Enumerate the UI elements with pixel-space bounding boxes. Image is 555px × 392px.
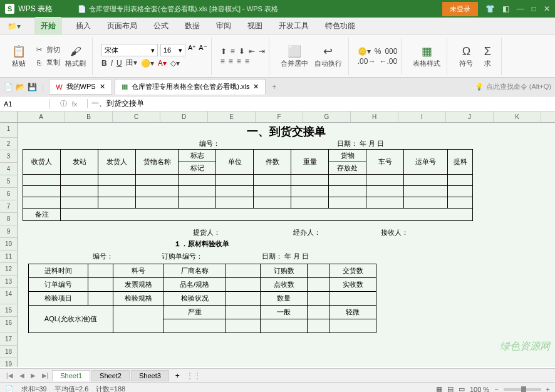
align-bot-icon[interactable]: ⬇ (239, 47, 245, 56)
minimize-icon[interactable]: — (517, 4, 524, 13)
sum-button[interactable]: Σ求 (477, 43, 497, 70)
close-tab-icon[interactable]: ✕ (253, 83, 259, 91)
col-D[interactable]: D (160, 111, 208, 122)
maximize-icon[interactable]: □ (532, 4, 536, 13)
font-size-select[interactable]: 16▾ (160, 44, 185, 56)
shirt-icon[interactable]: 👕 (485, 4, 495, 13)
copy-button[interactable]: ⎘复制 (33, 57, 61, 68)
fx-icon[interactable]: ⓘ (60, 99, 67, 108)
currency-icon[interactable]: 🪙▾ (358, 47, 371, 56)
tab-layout[interactable]: 页面布局 (105, 17, 140, 35)
col-I[interactable]: I (398, 111, 446, 122)
col-B[interactable]: B (65, 111, 113, 122)
border-icon[interactable]: 田▾ (126, 58, 137, 68)
file-menu[interactable]: 📁▾ (5, 18, 23, 34)
search-hint[interactable]: 💡 点此查找命令 (Alt+Q) (475, 82, 551, 91)
align-center-icon[interactable]: ≡ (229, 57, 233, 66)
symbol-button[interactable]: Ω符号 (456, 43, 476, 70)
add-tab-icon[interactable]: + (268, 83, 280, 91)
fill-color-icon[interactable]: 🟡▾ (141, 59, 154, 68)
view-normal-icon[interactable]: ▦ (436, 385, 442, 392)
sheet-tab-1[interactable]: Sheet1 (52, 370, 90, 381)
col-G[interactable]: G (303, 111, 351, 122)
format-painter-button[interactable]: 🖌格式刷 (63, 43, 88, 70)
sheet-tab-3[interactable]: Sheet3 (131, 370, 169, 381)
close-tab-icon[interactable]: ✕ (100, 83, 105, 91)
dec-dec-icon[interactable]: ←.00 (379, 57, 397, 66)
open-icon[interactable]: 📂 (16, 83, 25, 91)
font-name-select[interactable]: 宋体▾ (101, 44, 158, 56)
zoom-in-icon[interactable]: + (546, 386, 550, 393)
title-bar: S WPS 表格 📄 仓库管理专用表格全套(仓管必看哦).xls [兼容模式] … (0, 0, 555, 18)
doctab-mywps[interactable]: W我的WPS✕ (49, 79, 112, 95)
doctab-file[interactable]: ▦仓库管理专用表格全套(仓管必看哦).xls✕ (115, 79, 266, 95)
cell-name-box[interactable]: A1 (0, 99, 50, 109)
increase-font-icon[interactable]: A⁺ (188, 44, 196, 56)
col-J[interactable]: J (446, 111, 494, 122)
wrap-button[interactable]: ↩自动换行 (312, 43, 345, 70)
tab-insert[interactable]: 插入 (73, 17, 93, 35)
first-sheet-icon[interactable]: |◀ (4, 372, 16, 379)
bold-icon[interactable]: B (101, 59, 107, 68)
col-K[interactable]: K (494, 111, 541, 122)
tab-special[interactable]: 特色功能 (323, 17, 358, 35)
sheet-tab-2[interactable]: Sheet2 (91, 370, 130, 381)
view-page-icon[interactable]: ▤ (447, 385, 454, 392)
font-color-icon[interactable]: A▾ (158, 59, 167, 68)
watermark: 绿色资源网 (500, 340, 550, 353)
fx-label[interactable]: fx (72, 100, 78, 108)
indent-dec-icon[interactable]: ⇤ (249, 47, 255, 56)
align-top-icon[interactable]: ⬆ (220, 47, 227, 56)
tab-view[interactable]: 视图 (245, 17, 265, 35)
formula-input[interactable]: 一、到货交接单 (88, 97, 555, 110)
skin-icon[interactable]: ◧ (502, 4, 509, 13)
ribbon: 📋粘贴 ✂剪切 ⎘复制 🖌格式刷 宋体▾ 16▾ A⁺ A⁻ B I U 田▾ … (0, 35, 555, 78)
indent-inc-icon[interactable]: ⇥ (259, 47, 265, 56)
save-icon[interactable]: 💾 (28, 83, 37, 91)
last-sheet-icon[interactable]: ▶| (39, 372, 51, 379)
dec-inc-icon[interactable]: .00→ (358, 57, 376, 66)
tab-data[interactable]: 数据 (182, 17, 202, 35)
justify-icon[interactable]: ≡ (245, 57, 249, 66)
decrease-font-icon[interactable]: A⁻ (199, 44, 207, 56)
page-layout-icon[interactable]: 📄 (5, 385, 14, 392)
close-icon[interactable]: ✕ (544, 4, 550, 13)
zoom-out-icon[interactable]: − (494, 386, 498, 393)
app-logo: S (5, 4, 14, 14)
underline-icon[interactable]: U (117, 59, 122, 68)
menu-bar: 📁▾ 开始 插入 页面布局 公式 数据 审阅 视图 开发工具 特色功能 (0, 18, 555, 35)
zoom-level[interactable]: 100 % (470, 386, 489, 393)
view-reading-icon[interactable]: ▭ (459, 385, 465, 392)
new-icon[interactable]: 📄 (4, 83, 13, 91)
col-A[interactable]: A (18, 111, 65, 122)
cells-area[interactable]: 一、到货交接单 编号： 日期： 年 月 日 收货人 发站 发货人 货物名称 标志… (18, 123, 555, 367)
align-left-icon[interactable]: ≡ (220, 57, 225, 66)
align-right-icon[interactable]: ≡ (237, 57, 241, 66)
add-sheet-icon[interactable]: + (170, 371, 185, 380)
inspection-table: 进料时间 料号 厂商名称 订购数 交货数 订单编号 发票规格 品名/规格 点收数… (28, 264, 376, 333)
prev-sheet-icon[interactable]: ◀ (17, 372, 27, 379)
spreadsheet-grid[interactable]: A B C D E F G H I J K 1 2 3 4 5 6 7 8 9 … (0, 111, 555, 368)
tab-dev[interactable]: 开发工具 (276, 17, 311, 35)
select-all-corner[interactable] (0, 111, 18, 122)
align-mid-icon[interactable]: ≡ (231, 47, 235, 56)
col-E[interactable]: E (208, 111, 256, 122)
tab-review[interactable]: 审阅 (214, 17, 234, 35)
col-F[interactable]: F (256, 111, 303, 122)
tab-formula[interactable]: 公式 (151, 17, 171, 35)
zoom-slider[interactable] (504, 388, 541, 391)
next-sheet-icon[interactable]: ▶ (28, 372, 38, 379)
col-C[interactable]: C (113, 111, 160, 122)
percent-icon[interactable]: % (375, 47, 381, 56)
merge-button[interactable]: ⬜合并居中 (278, 43, 311, 70)
col-H[interactable]: H (351, 111, 398, 122)
table-style-button[interactable]: ▦表格样式 (410, 43, 443, 70)
login-button[interactable]: 未登录 (442, 2, 478, 16)
delivery-table: 收货人 发站 发货人 货物名称 标志 单位 件数 重量 货物 车号 运单号 提料… (23, 149, 473, 221)
cut-button[interactable]: ✂剪切 (33, 44, 61, 56)
comma-icon[interactable]: 000 (385, 47, 397, 56)
italic-icon[interactable]: I (111, 59, 113, 68)
paste-button[interactable]: 📋粘贴 (9, 43, 29, 70)
tab-start[interactable]: 开始 (34, 17, 62, 35)
style-icon[interactable]: ◇▾ (170, 59, 180, 68)
